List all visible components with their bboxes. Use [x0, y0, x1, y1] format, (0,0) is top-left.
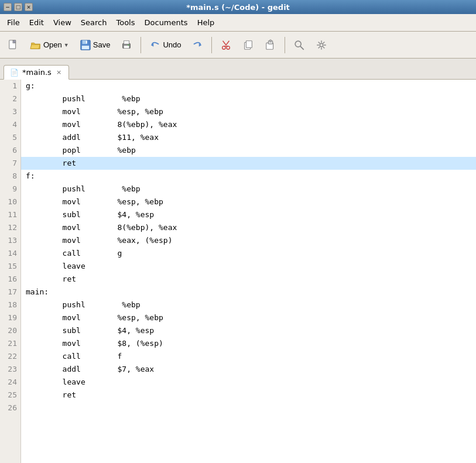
redo-button[interactable]: [187, 37, 207, 53]
code-line[interactable]: call f: [21, 350, 476, 363]
line-number: 15: [0, 260, 20, 273]
svg-point-9: [128, 44, 129, 45]
tools-button[interactable]: [311, 37, 331, 53]
code-line[interactable]: movl $8, (%esp): [21, 337, 476, 350]
code-line[interactable]: movl %esp, %ebp: [21, 196, 476, 208]
code-line[interactable]: pushl %ebp: [21, 299, 476, 311]
code-line[interactable]: subl $4, %esp: [21, 324, 476, 337]
copy-button[interactable]: [238, 37, 258, 53]
menu-search[interactable]: Search: [76, 16, 112, 29]
code-line[interactable]: popl %ebp: [21, 144, 476, 157]
tab-file-icon: 📄: [10, 68, 19, 77]
line-number: 2: [0, 92, 20, 105]
line-number: 19: [0, 311, 20, 324]
code-line[interactable]: pushl %ebp: [21, 183, 476, 196]
svg-rect-21: [270, 39, 272, 42]
menu-help[interactable]: Help: [193, 16, 220, 29]
print-icon: [121, 39, 132, 51]
search-icon: [293, 39, 305, 51]
line-number: 24: [0, 376, 20, 389]
code-line[interactable]: movl 8(%ebp), %eax: [21, 118, 476, 131]
maximize-button[interactable]: □: [14, 3, 22, 11]
cut-icon: [220, 39, 232, 51]
line-number: 17: [0, 286, 20, 299]
open-button[interactable]: Open ▼: [26, 37, 73, 53]
svg-rect-8: [124, 45, 129, 48]
search-button[interactable]: [289, 37, 309, 53]
svg-line-23: [301, 46, 304, 49]
line-number: 4: [0, 118, 20, 131]
save-icon: [80, 39, 91, 51]
code-line[interactable]: addl $11, %eax: [21, 131, 476, 144]
save-button[interactable]: Save: [76, 37, 115, 53]
code-line[interactable]: addl $7, %eax: [21, 363, 476, 376]
toolbar-sep-3: [285, 37, 285, 53]
code-line[interactable]: main:: [21, 286, 476, 299]
redo-icon: [191, 39, 203, 51]
code-line[interactable]: f:: [21, 170, 476, 183]
toolbar-sep-1: [141, 37, 141, 53]
tabs-bar: 📄 *main.s ×: [0, 59, 476, 80]
code-line[interactable]: movl %esp, %ebp: [21, 311, 476, 324]
code-line[interactable]: movl %eax, (%esp): [21, 234, 476, 247]
svg-point-24: [320, 43, 323, 46]
code-area[interactable]: g: pushl %ebp movl %esp, %ebp movl 8(%eb…: [21, 80, 476, 463]
svg-rect-7: [124, 40, 129, 43]
code-line[interactable]: g:: [21, 80, 476, 92]
open-icon: [30, 39, 42, 51]
line-numbers: 1234567891011121314151617181920212223242…: [0, 80, 21, 463]
line-number: 20: [0, 324, 20, 337]
paste-button[interactable]: [261, 37, 280, 53]
open-label: Open: [43, 40, 62, 49]
tab-close-button[interactable]: ×: [55, 68, 63, 76]
titlebar-controls[interactable]: − □ ×: [4, 3, 33, 11]
svg-rect-5: [86, 40, 87, 43]
line-number: 16: [0, 273, 20, 286]
svg-point-12: [222, 46, 225, 49]
line-number: 13: [0, 234, 20, 247]
line-number: 5: [0, 131, 20, 144]
line-number: 10: [0, 196, 20, 208]
code-line[interactable]: subl $4, %esp: [21, 208, 476, 221]
tools-icon: [316, 39, 327, 51]
line-number: 18: [0, 299, 20, 311]
line-number: 23: [0, 363, 20, 376]
open-dropdown-arrow[interactable]: ▼: [64, 42, 69, 48]
new-button[interactable]: [4, 37, 23, 53]
code-line[interactable]: leave: [21, 376, 476, 389]
undo-icon: [149, 39, 161, 51]
toolbar-sep-2: [211, 37, 212, 53]
menu-view[interactable]: View: [49, 16, 76, 29]
menu-file[interactable]: File: [2, 16, 25, 29]
tab-main-s[interactable]: 📄 *main.s ×: [4, 65, 69, 80]
code-line[interactable]: ret: [21, 157, 476, 170]
code-line[interactable]: pushl %ebp: [21, 92, 476, 105]
paste-icon: [265, 39, 276, 51]
code-line[interactable]: ret: [21, 389, 476, 402]
svg-rect-4: [81, 45, 89, 49]
code-line[interactable]: movl 8(%ebp), %eax: [21, 221, 476, 234]
line-number: 14: [0, 247, 20, 260]
close-button[interactable]: ×: [25, 3, 33, 11]
code-line[interactable]: movl %esp, %ebp: [21, 105, 476, 118]
undo-button[interactable]: Undo: [145, 37, 185, 53]
line-number: 7: [0, 157, 20, 170]
code-line[interactable]: ret: [21, 273, 476, 286]
minimize-button[interactable]: −: [4, 3, 12, 11]
line-number: 26: [0, 402, 20, 414]
print-button[interactable]: [117, 37, 136, 53]
line-number: 11: [0, 208, 20, 221]
undo-label: Undo: [163, 40, 181, 49]
line-number: 8: [0, 170, 20, 183]
new-icon: [8, 39, 19, 51]
line-number: 21: [0, 337, 20, 350]
code-line[interactable]: leave: [21, 260, 476, 273]
menu-documents[interactable]: Documents: [140, 16, 193, 29]
menu-edit[interactable]: Edit: [25, 16, 49, 29]
copy-icon: [242, 39, 254, 51]
cut-button[interactable]: [216, 37, 236, 53]
menu-tools[interactable]: Tools: [111, 16, 139, 29]
code-line[interactable]: call g: [21, 247, 476, 260]
svg-line-15: [226, 40, 229, 44]
titlebar: − □ × *main.s (~/Code) - gedit: [0, 0, 476, 14]
